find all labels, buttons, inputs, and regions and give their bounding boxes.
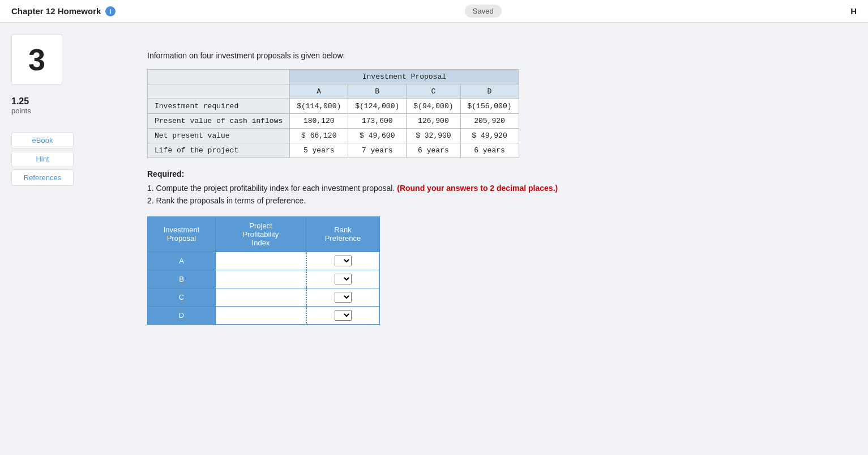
answer-row-a: A 1 2 3 4 <box>148 252 380 270</box>
data-table-wrap: Investment Proposal A B C D Investment r… <box>147 69 845 158</box>
left-panel: 3 1.25 points eBook Hint References <box>11 34 136 330</box>
table-row: Life of the project 5 years 7 years 6 ye… <box>148 143 519 158</box>
answer-index-d[interactable] <box>216 306 306 324</box>
data-table: Investment Proposal A B C D Investment r… <box>147 69 519 158</box>
table-row: Net present value $ 66,120 $ 49,600 $ 32… <box>148 129 519 143</box>
col-a-header: A <box>290 84 348 99</box>
cell-d-pv: 205,920 <box>460 114 519 129</box>
empty-sub-header <box>148 84 290 99</box>
answer-index-c[interactable] <box>216 288 306 306</box>
index-input-b[interactable] <box>216 271 306 287</box>
answer-label-c: C <box>148 288 216 306</box>
rank-select-c[interactable]: 1 2 3 4 <box>335 292 352 303</box>
page-title: Chapter 12 Homework <box>11 6 101 16</box>
top-bar: Chapter 12 Homework i Saved H <box>0 0 868 23</box>
question-intro: Information on four investment proposals… <box>147 51 845 60</box>
rank-select-b[interactable]: 1 2 3 4 <box>335 274 352 284</box>
references-button[interactable]: References <box>11 169 74 186</box>
answer-index-b[interactable] <box>216 270 306 288</box>
required-highlight: (Round your answers to 2 decimal places.… <box>397 184 558 193</box>
answer-row-c: C 1 2 3 4 <box>148 288 380 306</box>
cell-b-pv: 173,600 <box>348 114 407 129</box>
answer-table: InvestmentProposal ProjectProfitabilityI… <box>147 216 380 325</box>
answer-label-a: A <box>148 252 216 270</box>
points-value: 1.25 <box>11 96 31 107</box>
question-number: 3 <box>28 42 45 77</box>
answer-table-wrap: InvestmentProposal ProjectProfitabilityI… <box>147 216 845 325</box>
answer-rank-d[interactable]: 1 2 3 4 <box>306 306 380 324</box>
rank-select-d[interactable]: 1 2 3 4 <box>335 310 352 321</box>
table-row: Investment required $(114,000) $(124,000… <box>148 99 519 114</box>
required-text-1: 1. Compute the project profitability ind… <box>147 182 845 194</box>
required-text-2: 2. Rank the proposals in terms of prefer… <box>147 194 845 207</box>
answer-rank-c[interactable]: 1 2 3 4 <box>306 288 380 306</box>
cell-c-life: 6 years <box>407 143 460 158</box>
cell-a-investment: $(114,000) <box>290 99 348 114</box>
cell-c-investment: $(94,000) <box>407 99 460 114</box>
cell-d-life: 6 years <box>460 143 519 158</box>
info-icon[interactable]: i <box>105 6 116 16</box>
required-line1: 1. Compute the project profitability ind… <box>147 184 395 193</box>
points-label: 1.25 points <box>11 96 31 115</box>
cell-c-npv: $ 32,900 <box>407 129 460 143</box>
required-title: Required: <box>147 169 845 178</box>
answer-col-proposal: InvestmentProposal <box>148 216 216 252</box>
cell-d-investment: $(156,000) <box>460 99 519 114</box>
cell-d-npv: $ 49,920 <box>460 129 519 143</box>
answer-row-b: B 1 2 3 4 <box>148 270 380 288</box>
main-content: 3 1.25 points eBook Hint References Info… <box>0 23 868 342</box>
investment-proposal-header: Investment Proposal <box>290 70 519 84</box>
points-text: points <box>11 107 31 115</box>
top-bar-left: Chapter 12 Homework i <box>11 6 116 16</box>
table-row: Present value of cash inflows 180,120 17… <box>148 114 519 129</box>
answer-col-index: ProjectProfitabilityIndex <box>216 216 306 252</box>
cell-b-life: 7 years <box>348 143 407 158</box>
index-input-d[interactable] <box>216 307 306 324</box>
cell-b-investment: $(124,000) <box>348 99 407 114</box>
empty-header <box>148 70 290 84</box>
question-number-box: 3 <box>11 34 62 85</box>
required-section: Required: 1. Compute the project profita… <box>147 169 845 207</box>
hint-button[interactable]: Hint <box>11 151 74 167</box>
row-label-investment: Investment required <box>148 99 290 114</box>
right-panel: Information on four investment proposals… <box>136 34 857 330</box>
user-initial: H <box>850 6 857 16</box>
answer-index-a[interactable] <box>216 252 306 270</box>
answer-row-d: D 1 2 3 4 <box>148 306 380 324</box>
answer-label-b: B <box>148 270 216 288</box>
sidebar-buttons: eBook Hint References <box>11 132 74 186</box>
ebook-button[interactable]: eBook <box>11 132 74 148</box>
row-label-pv: Present value of cash inflows <box>148 114 290 129</box>
col-b-header: B <box>348 84 407 99</box>
answer-rank-b[interactable]: 1 2 3 4 <box>306 270 380 288</box>
answer-label-d: D <box>148 306 216 324</box>
answer-rank-a[interactable]: 1 2 3 4 <box>306 252 380 270</box>
saved-badge: Saved <box>465 5 502 18</box>
row-label-life: Life of the project <box>148 143 290 158</box>
cell-a-npv: $ 66,120 <box>290 129 348 143</box>
cell-a-pv: 180,120 <box>290 114 348 129</box>
index-input-a[interactable] <box>216 253 306 269</box>
cell-b-npv: $ 49,600 <box>348 129 407 143</box>
row-label-npv: Net present value <box>148 129 290 143</box>
col-c-header: C <box>407 84 460 99</box>
col-d-header: D <box>460 84 519 99</box>
index-input-c[interactable] <box>216 289 306 305</box>
answer-col-rank: RankPreference <box>306 216 380 252</box>
cell-c-pv: 126,900 <box>407 114 460 129</box>
rank-select-a[interactable]: 1 2 3 4 <box>335 256 352 266</box>
cell-a-life: 5 years <box>290 143 348 158</box>
